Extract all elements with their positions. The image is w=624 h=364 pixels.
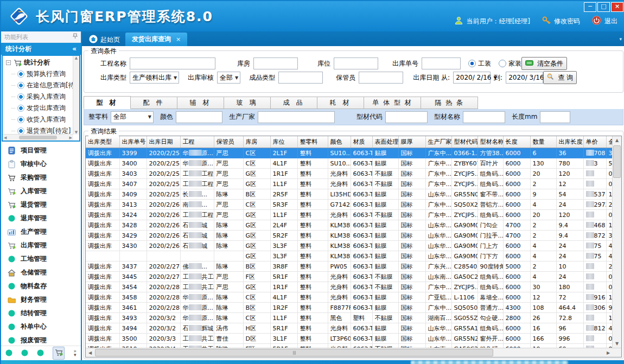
table-row[interactable]: 调拨出库35102020/3/4工共工程陈琳F区5R1F整料光身料6063-T5…	[86, 344, 612, 348]
minimize-button[interactable]: −	[584, 2, 596, 12]
table-row[interactable]: 调拨出库34002020/2/25华原...严思C区4L1F整料SU10...6…	[86, 158, 612, 169]
tree-vertical-scrollbar[interactable]: ▲▼	[73, 56, 79, 135]
close-button[interactable]: ×	[611, 2, 623, 12]
sidebar-item[interactable]: 审核中心	[1, 157, 81, 171]
vertical-scroll-thumb[interactable]	[613, 145, 621, 178]
sidebar-item[interactable]: 退货管理	[1, 198, 81, 212]
table-row[interactable]: 调拨出库33992020/2/25华原...严思C区2L1F整料SU10...6…	[86, 148, 612, 158]
search-button[interactable]: 查 询	[543, 71, 577, 84]
scroll-down-icon[interactable]: ▼	[613, 340, 621, 348]
sidebar-item[interactable]: 采购管理	[1, 171, 81, 184]
column-header[interactable]: 出库长度	[556, 136, 583, 148]
sidebar-item[interactable]: 工地管理	[1, 252, 81, 266]
order-no-input[interactable]	[422, 58, 461, 69]
change-password-link[interactable]: 修改密码	[554, 17, 580, 26]
column-header[interactable]: 颜色	[328, 136, 351, 148]
table-row[interactable]: 调拨出库34372020/2/27佛...陈琳B区3R8F整料PW056063-…	[86, 261, 612, 272]
column-header[interactable]: 整零料	[297, 136, 328, 148]
length-input[interactable]	[540, 111, 570, 123]
sidebar-item[interactable]: 仓储管理	[1, 266, 81, 279]
color-input[interactable]	[176, 111, 222, 123]
column-header[interactable]: 型材代码	[451, 136, 477, 148]
table-row[interactable]: 调拨出库34132020/2/26南...严思C区5R3F整料G71422606…	[86, 200, 612, 210]
logout-link[interactable]: 退出	[604, 17, 617, 26]
table-row[interactable]: 调拨出库34942020/3/2石辉城汤伟H区5R1F整料光身料6063-T5贴…	[86, 323, 612, 334]
tree-item[interactable]: 预算执行查询	[3, 68, 79, 80]
table-row[interactable]: 调拨出库34582020/2/28华原...陈琳C区4L1F整料光身料6063-…	[86, 292, 612, 303]
material-tab[interactable]: 玻 璃	[224, 97, 271, 109]
column-header[interactable]: 膜厚	[398, 136, 425, 148]
column-header[interactable]: 数量	[530, 136, 556, 148]
material-tab[interactable]: 耗 材	[317, 97, 364, 109]
out-type-select[interactable]: 生产领料出库▼	[130, 72, 179, 84]
horizontal-scrollbar[interactable]: ◀ ▶	[86, 348, 621, 357]
tree-expander-icon[interactable]: −	[6, 60, 11, 65]
table-row[interactable]: 调拨出库34542020/2/28工共工程严思G区1R1F整料光身料6063-T…	[86, 282, 612, 292]
tab-shipping-outbound-query[interactable]: 发货出库查询 ×	[125, 33, 187, 46]
date-to-select[interactable]: 2020/ 3/16▼	[506, 72, 543, 84]
circle-icon[interactable]	[5, 348, 12, 359]
circle-icon[interactable]	[21, 348, 28, 359]
sidebar-item[interactable]: 退库管理	[1, 212, 81, 225]
sidebar-item[interactable]: 生产管理	[1, 225, 81, 239]
tree-root-statistics[interactable]: − 统计分析	[3, 56, 79, 68]
material-tab[interactable]: 成 品	[271, 97, 317, 109]
date-from-select[interactable]: 2020/ 2/16▼	[453, 72, 491, 84]
project-name-input[interactable]	[130, 58, 215, 69]
maximize-button[interactable]: □	[597, 2, 610, 12]
column-header[interactable]: 出库单号	[119, 136, 147, 148]
column-header[interactable]: 出库类型	[86, 136, 119, 148]
circle-icon[interactable]	[37, 348, 44, 359]
tab-close-icon[interactable]: ×	[176, 36, 181, 43]
table-row[interactable]: 调拨出库34292020/2/26石城陈琳G区5R2F整料KLM38176063…	[86, 231, 612, 241]
table-row[interactable]: 调拨出库34612020/2/28华原...陈琳B区1R2F整料F8877FT6…	[86, 303, 612, 313]
column-header[interactable]: 长度	[503, 136, 530, 148]
more-icon[interactable]: ▾	[74, 353, 77, 357]
sidebar-item[interactable]: 补单中心	[1, 320, 81, 334]
column-header[interactable]: 单价	[583, 136, 606, 148]
table-row[interactable]: 调拨出库34452020/2/27工共工程严思F区5R1F整料光身料6063-T…	[86, 272, 612, 282]
column-header[interactable]: 保管员	[214, 136, 243, 148]
tree-item[interactable]: 发货出库查询	[3, 103, 79, 114]
table-row[interactable]: 调拨出库34032020/2/25工工程严思G区1R1F整料光身料6063-T5…	[86, 169, 612, 179]
radio-gongzhuang[interactable]: 工装	[468, 59, 491, 68]
profile-name-input[interactable]	[463, 111, 505, 123]
sidebar-item[interactable]: 出库管理	[1, 239, 81, 252]
column-header[interactable]: 材质	[351, 136, 372, 148]
cart-toolbar-button[interactable]	[53, 347, 65, 360]
scroll-right-icon[interactable]: ▶	[604, 349, 613, 357]
table-row[interactable]: 调拨出库34282020/2/26石城陈琳G区2L4F整料KLM38176063…	[86, 220, 612, 231]
sidebar-item[interactable]: 财务管理	[1, 293, 81, 306]
product-type-input[interactable]	[278, 72, 323, 84]
sidebar-item[interactable]: 报废管理	[1, 334, 81, 346]
table-row[interactable]: 调拨出库34072020/2/25工工程严思G区1L1F整料光身料6063-T5…	[86, 179, 612, 189]
column-header[interactable]: 表面处理	[372, 136, 398, 148]
radio-jiazhuang[interactable]: 家装	[499, 59, 521, 68]
pin-icon[interactable]	[73, 33, 78, 41]
horizontal-scroll-thumb[interactable]	[95, 349, 493, 356]
collapse-icon[interactable]: «	[72, 45, 77, 53]
scroll-up-icon[interactable]: ▲	[613, 136, 621, 144]
tree-item[interactable]: 采购入库查询	[3, 91, 79, 103]
tab-home[interactable]: 起始页	[84, 33, 125, 46]
table-row[interactable]: 调拨出库34092020/2/25长...陈琳B区2R5F整料LI35HD606…	[86, 189, 612, 200]
material-tab[interactable]: 辅 材	[177, 97, 224, 109]
table-row[interactable]: 调拨出库34302020/2/26石城陈琳G区3L3F整料KLM38176063…	[86, 241, 612, 251]
material-tab[interactable]: 型 材	[84, 96, 131, 109]
table-row[interactable]: 调拨出库34242020/2/26工工程严思G区1L1F整料光身料6063-T5…	[86, 210, 612, 220]
column-header[interactable]: 库位	[270, 136, 297, 148]
tree-horizontal-scrollbar[interactable]: ◀▶	[3, 134, 73, 141]
audit-select[interactable]: 全部▼	[217, 72, 240, 84]
tree-item[interactable]: 在途信息查询[待	[3, 80, 79, 91]
part-select[interactable]: 全部▼	[111, 111, 154, 123]
column-header[interactable]: 库房	[243, 136, 270, 148]
sidebar-section-statistics[interactable]: 统计分析 «	[1, 43, 81, 55]
clear-conditions-button[interactable]: 清空条件	[521, 57, 567, 70]
material-tab[interactable]: 配 件	[131, 97, 177, 109]
sidebar-item[interactable]: 物料盘存	[1, 279, 81, 293]
column-header[interactable]: 型材名称	[477, 136, 503, 148]
table-row[interactable]: 调拨出库34932020/3/2华原...陈琳C区1L1F整料黑色塑料不贴膜国标…	[86, 313, 612, 323]
table-row[interactable]: G区3L3F整料KLM38176063-T5贴膜国标山东华...GA90M09.…	[86, 251, 612, 261]
column-header[interactable]: 生产厂家	[425, 136, 451, 148]
material-tab[interactable]: 隔 热 条	[421, 97, 478, 109]
